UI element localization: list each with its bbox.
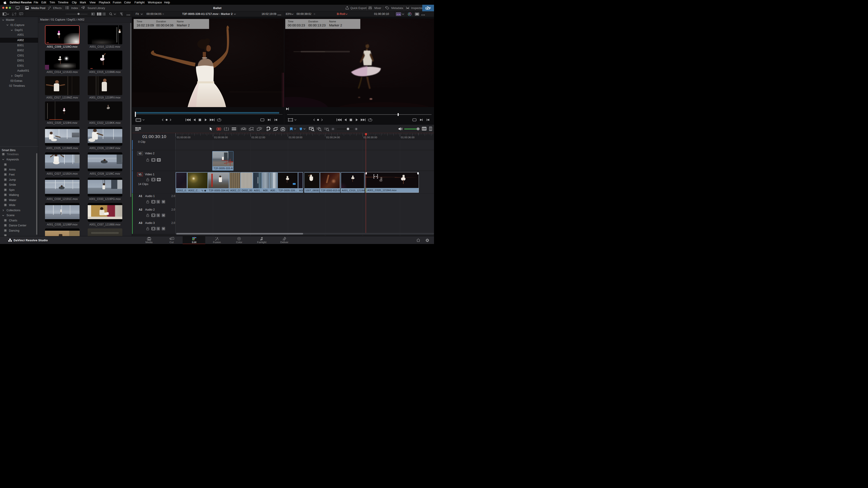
svg-text:PXY: PXY [397, 14, 400, 15]
